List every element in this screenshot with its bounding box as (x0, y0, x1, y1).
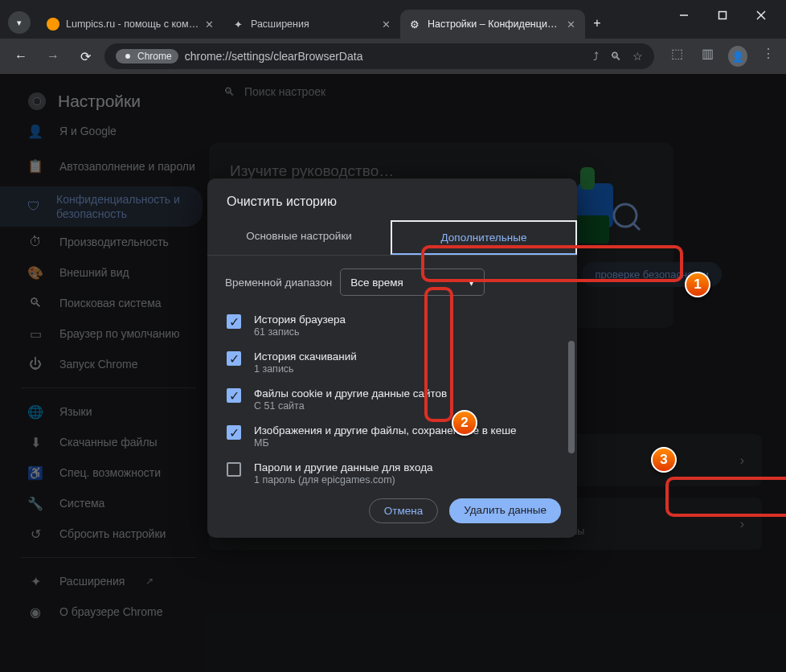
tab-search-button[interactable]: ▾ (8, 11, 31, 34)
back-button[interactable]: ← (8, 43, 34, 69)
checkbox[interactable]: ✓ (227, 388, 241, 403)
checkbox[interactable]: ✓ (227, 351, 241, 366)
menu-icon[interactable]: ⋮ (759, 46, 778, 67)
tab-title: Lumpics.ru - помощь с компьютером (66, 18, 199, 30)
delete-data-button[interactable]: Удалить данные (449, 498, 561, 523)
svg-rect-1 (719, 12, 727, 19)
puzzle-icon: ✦ (231, 18, 244, 31)
titlebar: ▾ Lumpics.ru - помощь с компьютером ✕ ✦ … (0, 0, 786, 39)
option-title: Изображения и другие файлы, сохраненные … (254, 424, 517, 436)
option-sub: 61 запись (254, 326, 346, 338)
chip-label: Chrome (137, 51, 172, 62)
profile-avatar[interactable]: 👤 (728, 46, 747, 67)
omnibox[interactable]: Chrome chrome://settings/clearBrowserDat… (104, 43, 654, 69)
tab-basic[interactable]: Основные настройки (207, 220, 391, 255)
dialog-scrollbar[interactable] (567, 296, 575, 486)
bookmark-icon[interactable]: ☆ (632, 50, 643, 63)
clear-data-option[interactable]: ✓История скачиваний1 запись (217, 344, 567, 381)
extensions-icon[interactable]: ⬚ (667, 46, 686, 67)
omnibox-url: chrome://settings/clearBrowserData (185, 50, 363, 63)
time-range-value: Все время (350, 277, 403, 289)
search-icon[interactable]: 🔍︎ (610, 50, 621, 63)
close-icon[interactable]: ✕ (564, 18, 577, 31)
option-sub: 1 запись (254, 363, 357, 375)
reload-button[interactable]: ⟳ (72, 43, 98, 69)
checkbox[interactable]: ✓ (227, 314, 241, 329)
toolbar: ← → ⟳ Chrome chrome://settings/clearBrow… (0, 39, 786, 74)
checkbox[interactable]: ✓ (227, 425, 241, 440)
option-title: История скачиваний (254, 350, 357, 363)
tab-title: Настройки – Конфиденциальность (428, 18, 561, 30)
forward-button[interactable]: → (40, 43, 66, 69)
new-tab-button[interactable]: + (585, 11, 609, 35)
checkbox[interactable] (227, 462, 241, 477)
clear-data-option[interactable]: Пароли и другие данные для входа1 пароль… (217, 455, 567, 486)
svg-point-5 (125, 54, 130, 59)
time-range-select[interactable]: Все время ▾ (340, 268, 485, 296)
clear-data-option[interactable]: ✓Файлы cookie и другие данные сайтовС 51… (217, 381, 567, 418)
clear-data-option[interactable]: ✓История браузера61 запись (217, 307, 567, 344)
close-icon[interactable]: ✕ (203, 18, 215, 31)
tab-title: Расширения (251, 18, 376, 30)
option-sub: 1 пароль (для epicgames.com) (254, 474, 433, 486)
close-icon[interactable]: ✕ (379, 18, 392, 31)
close-window-button[interactable] (749, 3, 773, 27)
clear-data-option[interactable]: ✓Изображения и другие файлы, сохраненные… (217, 418, 567, 455)
site-chip: Chrome (116, 49, 178, 64)
option-sub: С 51 сайта (254, 400, 447, 412)
tab-extensions[interactable]: ✦ Расширения ✕ (223, 10, 400, 39)
option-title: Пароли и другие данные для входа (254, 461, 433, 473)
sharing-icon[interactable]: ⤴ (593, 50, 599, 63)
cancel-button[interactable]: Отмена (369, 498, 438, 523)
minimize-button[interactable] (672, 3, 696, 27)
time-range-label: Временной диапазон (225, 277, 332, 289)
maximize-button[interactable] (710, 3, 735, 27)
option-title: История браузера (254, 313, 346, 326)
tab-advanced[interactable]: Дополнительные (391, 220, 577, 255)
clear-browsing-data-dialog: Очистить историю Основные настройки Допо… (207, 178, 577, 538)
favicon-lumpics (47, 18, 59, 31)
option-sub: МБ (254, 437, 517, 449)
side-panel-icon[interactable]: ▥ (698, 46, 717, 67)
gear-icon: ⚙ (408, 18, 421, 31)
chevron-down-icon: ▾ (469, 276, 474, 289)
dialog-title: Очистить историю (207, 178, 577, 220)
tab-lumpics[interactable]: Lumpics.ru - помощь с компьютером ✕ (39, 10, 223, 39)
option-title: Файлы cookie и другие данные сайтов (254, 387, 447, 400)
tab-settings[interactable]: ⚙ Настройки – Конфиденциальность ✕ (400, 10, 585, 39)
